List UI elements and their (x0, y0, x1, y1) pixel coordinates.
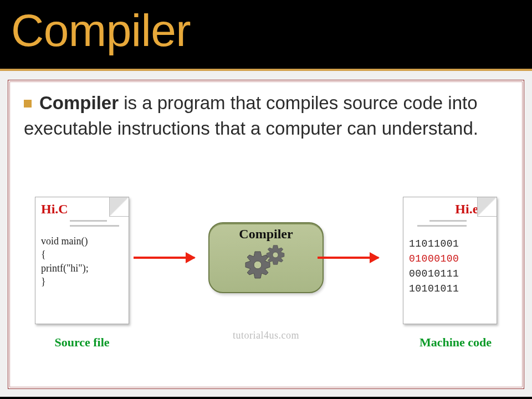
svg-point-1 (273, 252, 278, 258)
bin-line: 11011001 (409, 237, 491, 252)
bin-line: 10101011 (409, 282, 491, 296)
arrow-icon (134, 257, 195, 259)
source-filename: Hi.C (41, 202, 123, 217)
gears-icon (241, 243, 291, 284)
source-code: void main() { printf("hi"); } (41, 234, 123, 288)
output-caption: Machine code (408, 335, 503, 350)
watermark: tutorial4us.com (233, 330, 299, 341)
svg-point-0 (254, 261, 262, 269)
bin-line: 00010111 (409, 267, 491, 282)
title-bar: Compiler (0, 0, 532, 71)
output-file-doc: Hi.exe 11011001 01000100 00010111 101010… (403, 197, 497, 324)
decorative-line (70, 225, 119, 227)
body-bold: Compiler (39, 93, 119, 113)
compiler-diagram: Hi.C void main() { printf("hi"); } Compi… (35, 197, 497, 363)
content-panel: Compiler is a program that compiles sour… (8, 80, 524, 389)
bullet-icon (24, 100, 32, 108)
machine-code: 11011001 01000100 00010111 10101011 (409, 237, 491, 296)
body-text: Compiler is a program that compiles sour… (24, 90, 508, 141)
bin-line: 01000100 (409, 252, 491, 267)
compiler-label: Compiler (209, 227, 323, 242)
compiler-box: Compiler (208, 222, 324, 293)
content-area: Compiler is a program that compiles sour… (0, 71, 532, 397)
decorative-line (417, 225, 467, 227)
arrow-icon (318, 257, 378, 259)
output-filename: Hi.exe (409, 202, 491, 217)
source-caption: Source file (35, 335, 129, 350)
source-file-doc: Hi.C void main() { printf("hi"); } (35, 197, 129, 324)
decorative-line (429, 220, 467, 222)
decorative-line (70, 220, 107, 222)
slide-title: Compiler (11, 4, 521, 57)
